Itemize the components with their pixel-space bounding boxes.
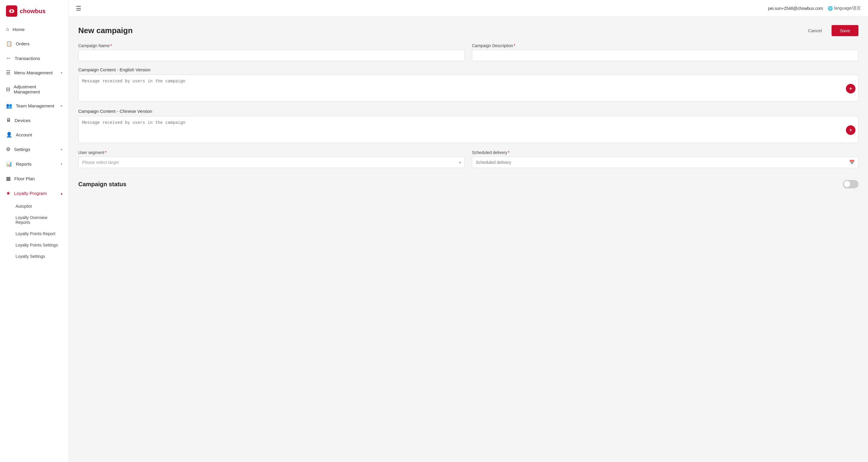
form-group-chinese-content: Campaign Content - Chinese Version + xyxy=(78,109,859,144)
sidebar: chowbus ⌂ Home 📋 Orders ↔ Transactions ☰… xyxy=(0,0,69,462)
orders-icon: 📋 xyxy=(6,41,12,47)
sidebar-sub-item-loyalty-points-settings[interactable]: Loyalty Points Settings xyxy=(0,239,68,251)
sidebar-item-menu-management[interactable]: ☰ Menu Management ▾ xyxy=(0,65,68,80)
chinese-content-add-button[interactable]: + xyxy=(846,125,856,135)
sidebar-item-adjustment-management[interactable]: ⊟ Adjustment Management xyxy=(0,80,68,98)
user-segment-label: User segment* xyxy=(78,150,465,155)
page-header: New campaign Cancel Save xyxy=(78,25,859,36)
devices-icon: 🖥 xyxy=(6,117,11,123)
page-title: New campaign xyxy=(78,26,133,35)
scheduled-delivery-label: Scheduled delivery* xyxy=(472,150,859,155)
home-icon: ⌂ xyxy=(6,26,9,32)
sub-item-label: Autopilot xyxy=(16,204,32,209)
campaign-status-toggle[interactable] xyxy=(843,180,859,188)
sidebar-item-settings[interactable]: ⚙ Settings ▾ xyxy=(0,142,68,157)
topbar-left: ☰ xyxy=(76,5,81,12)
sub-item-label: Loyalty Points Report xyxy=(16,231,55,236)
chevron-down-icon: ▾ xyxy=(61,71,62,75)
sidebar-item-label: Floor Plan xyxy=(14,176,35,181)
sidebar-sub-item-loyalty-overview-reports[interactable]: Loyalty Overview Reports xyxy=(0,212,68,228)
sidebar-item-label: Home xyxy=(12,27,25,32)
user-segment-select-wrapper: Please select target ▾ xyxy=(78,157,465,168)
sub-item-label: Loyalty Overview Reports xyxy=(16,215,48,225)
user-segment-select[interactable]: Please select target xyxy=(78,157,465,168)
required-marker: * xyxy=(110,43,112,48)
team-icon: 👥 xyxy=(6,103,12,109)
reports-icon: 📊 xyxy=(6,161,12,167)
sidebar-nav: ⌂ Home 📋 Orders ↔ Transactions ☰ Menu Ma… xyxy=(0,22,68,462)
content-area: New campaign Cancel Save Campaign Name* … xyxy=(69,17,868,462)
form-group-campaign-description: Campaign Description* xyxy=(472,43,859,61)
account-icon: 👤 xyxy=(6,132,12,138)
logo-container: chowbus xyxy=(0,0,68,22)
campaign-form: Campaign Name* Campaign Description* Cam… xyxy=(78,43,859,193)
campaign-description-input[interactable] xyxy=(472,50,859,61)
language-selector[interactable]: 🌐 language/语言 xyxy=(828,6,861,11)
form-group-english-content: Campaign Content - English Version + xyxy=(78,67,859,103)
sidebar-sub-item-autopilot[interactable]: Autopilot xyxy=(0,201,68,212)
campaign-description-label: Campaign Description* xyxy=(472,43,859,48)
sidebar-item-label: Transactions xyxy=(14,56,40,61)
menu-icon: ☰ xyxy=(6,70,10,76)
header-actions: Cancel Save xyxy=(802,25,859,36)
cancel-button[interactable]: Cancel xyxy=(802,25,828,36)
main-area: ☰ pei.sun+2546@chowbus.com 🌐 language/语言… xyxy=(69,0,868,462)
sidebar-item-transactions[interactable]: ↔ Transactions xyxy=(0,51,68,65)
chinese-content-label: Campaign Content - Chinese Version xyxy=(78,109,859,114)
sidebar-item-home[interactable]: ⌂ Home xyxy=(0,22,68,36)
sidebar-item-orders[interactable]: 📋 Orders xyxy=(0,36,68,51)
topbar: ☰ pei.sun+2546@chowbus.com 🌐 language/语言 xyxy=(69,0,868,17)
sidebar-sub-item-loyalty-settings[interactable]: Loyalty Settings xyxy=(0,251,68,262)
sidebar-item-floor-plan[interactable]: ▦ Floor Plan xyxy=(0,171,68,186)
sidebar-item-label: Adjustment Management xyxy=(14,84,62,94)
save-button[interactable]: Save xyxy=(832,25,859,36)
logo-text: chowbus xyxy=(20,8,46,14)
sidebar-item-label: Loyalty Program xyxy=(14,191,46,196)
required-marker: * xyxy=(514,43,515,48)
form-group-scheduled-delivery: Scheduled delivery* 📅 xyxy=(472,150,859,168)
menu-toggle-button[interactable]: ☰ xyxy=(76,5,81,12)
campaign-status-row: Campaign status xyxy=(78,175,859,193)
chevron-down-icon: ▾ xyxy=(61,147,62,152)
loyalty-icon: ★ xyxy=(6,190,10,196)
campaign-status-label: Campaign status xyxy=(78,181,126,188)
sidebar-item-label: Account xyxy=(16,132,32,137)
required-marker: * xyxy=(508,150,509,155)
english-content-textarea[interactable] xyxy=(78,75,859,101)
chinese-textarea-wrapper: + xyxy=(78,116,859,144)
sidebar-item-label: Team Management xyxy=(16,103,54,108)
form-group-user-segment: User segment* Please select target ▾ xyxy=(78,150,465,168)
form-group-campaign-name: Campaign Name* xyxy=(78,43,465,61)
sub-item-label: Loyalty Settings xyxy=(16,254,45,259)
sidebar-item-devices[interactable]: 🖥 Devices xyxy=(0,113,68,127)
language-label: language/语言 xyxy=(834,6,861,11)
sidebar-item-label: Menu Management xyxy=(14,70,53,75)
english-content-add-button[interactable]: + xyxy=(846,84,856,93)
english-content-label: Campaign Content - English Version xyxy=(78,67,859,72)
campaign-name-input[interactable] xyxy=(78,50,465,61)
scheduled-delivery-date-wrapper: 📅 xyxy=(472,157,859,168)
sidebar-item-label: Orders xyxy=(16,41,30,46)
sidebar-item-loyalty-program[interactable]: ★ Loyalty Program ▴ xyxy=(0,186,68,201)
user-email: pei.sun+2546@chowbus.com xyxy=(768,6,823,11)
sub-item-label: Loyalty Points Settings xyxy=(16,243,58,248)
settings-icon: ⚙ xyxy=(6,146,10,153)
topbar-right: pei.sun+2546@chowbus.com 🌐 language/语言 xyxy=(768,6,861,11)
sidebar-item-reports[interactable]: 📊 Reports ▾ xyxy=(0,157,68,171)
english-textarea-wrapper: + xyxy=(78,75,859,103)
form-row-name-description: Campaign Name* Campaign Description* xyxy=(78,43,859,61)
sidebar-item-label: Settings xyxy=(14,147,30,152)
sidebar-item-label: Reports xyxy=(16,161,32,167)
scheduled-delivery-input[interactable] xyxy=(472,157,859,168)
sidebar-item-account[interactable]: 👤 Account xyxy=(0,127,68,142)
chowbus-logo xyxy=(6,5,17,17)
chinese-content-textarea[interactable] xyxy=(78,116,859,143)
transactions-icon: ↔ xyxy=(6,55,11,61)
sidebar-sub-item-loyalty-points-report[interactable]: Loyalty Points Report xyxy=(0,228,68,239)
svg-point-1 xyxy=(11,10,12,12)
sidebar-item-team-management[interactable]: 👥 Team Management ▾ xyxy=(0,98,68,113)
chevron-up-icon: ▴ xyxy=(61,191,62,196)
chevron-down-icon: ▾ xyxy=(61,104,62,108)
required-marker: * xyxy=(105,150,106,155)
campaign-name-label: Campaign Name* xyxy=(78,43,465,48)
